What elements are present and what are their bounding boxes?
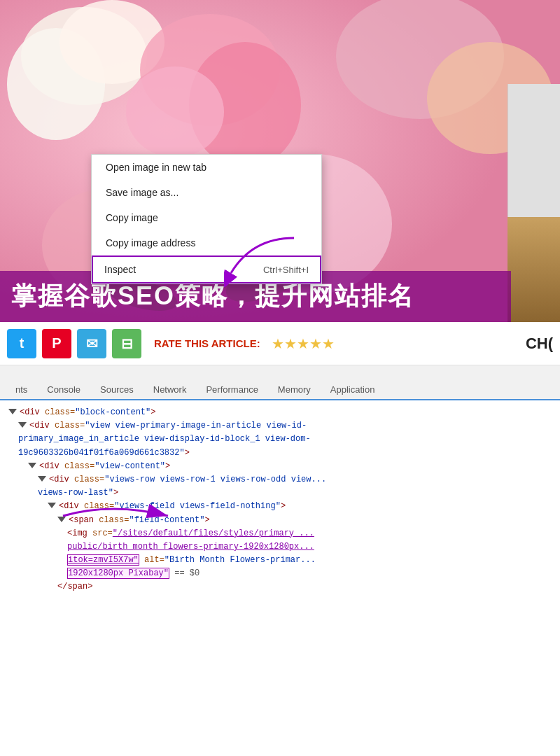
side-panel-book bbox=[507, 217, 560, 322]
html-line-12: itok=zmvI5X7w" alt="Birth Month Flowers-… bbox=[8, 554, 552, 567]
context-menu-save-image[interactable]: Save image as... bbox=[92, 180, 321, 205]
flower-image-section: Open image in new tab Save image as... C… bbox=[0, 0, 560, 322]
html-line-10: <img src="/sites/default/files/styles/pr… bbox=[8, 527, 552, 540]
tab-network[interactable]: Network bbox=[144, 379, 197, 400]
html-line-8: <div class="views-field views-field-noth… bbox=[8, 500, 552, 513]
html-line-3: primary_image_in_article view-display-id… bbox=[8, 433, 552, 446]
email-button[interactable]: ✉ bbox=[77, 329, 106, 358]
tab-performance[interactable]: Performance bbox=[196, 379, 267, 400]
cho-text: CH( bbox=[526, 335, 553, 353]
html-line-11: public/birth_month_flowers-primary-1920x… bbox=[8, 540, 552, 554]
html-line-5: <div class="view-content"> bbox=[8, 460, 552, 473]
context-menu-copy-image[interactable]: Copy image bbox=[92, 205, 321, 230]
tab-elements[interactable]: nts bbox=[6, 379, 37, 400]
expand-icon-6 bbox=[57, 517, 66, 522]
html-line-7: views-row-last"> bbox=[8, 486, 552, 500]
expand-icon-4 bbox=[38, 476, 46, 482]
expand-icon-1 bbox=[8, 409, 17, 414]
tab-console[interactable]: Console bbox=[37, 379, 90, 400]
html-line-2: <div class="view view-primary-image-in-a… bbox=[8, 419, 552, 433]
tab-memory[interactable]: Memory bbox=[268, 379, 321, 400]
expand-icon-5 bbox=[48, 503, 56, 508]
devtools-html-content: <div class="block-content"> <div class="… bbox=[0, 400, 560, 600]
arrow-annotation bbox=[224, 231, 308, 290]
devtools-panel: nts Console Sources Network Performance … bbox=[0, 365, 560, 600]
print-button[interactable]: ⊟ bbox=[112, 329, 141, 358]
rate-text: RATE THIS ARTICLE: bbox=[154, 337, 260, 349]
context-menu-open-new-tab[interactable]: Open image in new tab bbox=[92, 155, 321, 180]
devtools-tabs: nts Console Sources Network Performance … bbox=[0, 365, 560, 400]
tab-application[interactable]: Application bbox=[321, 379, 385, 400]
html-line-14: </span> bbox=[8, 580, 552, 594]
star-rating: ★★★★★ bbox=[272, 335, 335, 352]
html-line-9: <span class="field-content"> bbox=[8, 514, 552, 527]
purple-arrow bbox=[224, 231, 308, 287]
twitter-button[interactable]: t bbox=[7, 329, 36, 358]
expand-icon-2 bbox=[18, 422, 27, 428]
pinterest-button[interactable]: P bbox=[42, 329, 71, 358]
html-line-13: 1920x1280px Pixabay" == $0 bbox=[8, 567, 552, 580]
expand-icon-3 bbox=[28, 463, 36, 468]
tab-sources[interactable]: Sources bbox=[90, 379, 144, 400]
social-bar: t P ✉ ⊟ RATE THIS ARTICLE: ★★★★★ CH( bbox=[0, 322, 560, 365]
html-line-4: 19c9603326b041f01f6a069d661c3832"> bbox=[8, 447, 552, 460]
html-line-1: <div class="block-content"> bbox=[8, 406, 552, 419]
html-line-6: <div class="views-row views-row-1 views-… bbox=[8, 473, 552, 486]
svg-point-6 bbox=[126, 66, 224, 158]
side-panel bbox=[507, 84, 560, 322]
inspect-label: Inspect bbox=[104, 264, 136, 275]
